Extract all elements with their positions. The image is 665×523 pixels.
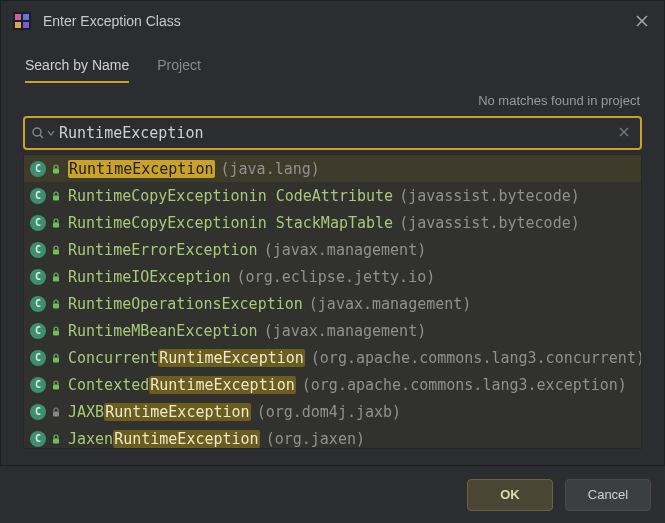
svg-rect-1 (15, 14, 21, 20)
result-package: (org.jaxen) (266, 430, 365, 448)
search-field-wrap (23, 116, 642, 150)
result-row[interactable]: CJAXBRuntimeException(org.dom4j.jaxb) (24, 398, 641, 425)
close-icon (618, 126, 630, 138)
ok-button[interactable]: OK (467, 479, 553, 511)
lock-icon (50, 190, 62, 202)
result-package: (org.apache.commons.lang3.concurrent) (311, 349, 641, 367)
lock-icon (50, 244, 62, 256)
app-icon (13, 12, 31, 30)
class-icon: C (30, 242, 46, 258)
result-row[interactable]: CJaxenRuntimeException(org.jaxen) (24, 425, 641, 449)
svg-line-8 (40, 135, 43, 138)
result-name: RuntimeCopyException (68, 187, 249, 205)
result-row[interactable]: CRuntimeException(java.lang) (24, 155, 641, 182)
close-icon (635, 14, 649, 28)
class-icon: C (30, 269, 46, 285)
result-row[interactable]: CRuntimeErrorException(javax.management) (24, 236, 641, 263)
result-package: (javassist.bytecode) (399, 214, 580, 232)
result-name: JAXBRuntimeException (68, 403, 251, 421)
results-list: CRuntimeException(java.lang)CRuntimeCopy… (23, 154, 642, 449)
lock-icon (50, 379, 62, 391)
result-name: RuntimeErrorException (68, 241, 258, 259)
lock-icon (50, 325, 62, 337)
svg-rect-20 (53, 411, 59, 416)
svg-rect-21 (53, 438, 59, 443)
result-name: RuntimeOperationsException (68, 295, 303, 313)
lock-icon (50, 298, 62, 310)
lock-icon (50, 163, 62, 175)
result-package: (org.eclipse.jetty.io) (237, 268, 436, 286)
svg-rect-2 (23, 14, 29, 20)
result-name: RuntimeIOException (68, 268, 231, 286)
cancel-button[interactable]: Cancel (565, 479, 651, 511)
lock-icon (50, 406, 62, 418)
result-name: JaxenRuntimeException (68, 430, 260, 448)
search-icon (31, 126, 55, 140)
class-icon: C (30, 323, 46, 339)
chevron-down-icon (47, 129, 55, 137)
svg-rect-3 (15, 22, 21, 28)
lock-icon (50, 433, 62, 445)
result-row[interactable]: CConcurrentRuntimeException(org.apache.c… (24, 344, 641, 371)
svg-rect-17 (53, 330, 59, 335)
svg-rect-15 (53, 276, 59, 281)
svg-rect-18 (53, 357, 59, 362)
result-package: (javax.management) (264, 241, 427, 259)
result-name: RuntimeException (68, 160, 215, 178)
class-icon: C (30, 431, 46, 447)
result-package: (javax.management) (264, 322, 427, 340)
class-icon: C (30, 404, 46, 420)
result-context: in CodeAttribute (249, 187, 394, 205)
class-icon: C (30, 296, 46, 312)
clear-search-button[interactable] (614, 125, 634, 141)
result-name: ContextedRuntimeException (68, 376, 296, 394)
result-row[interactable]: CRuntimeCopyException in StackMapTable(j… (24, 209, 641, 236)
result-name: RuntimeMBeanException (68, 322, 258, 340)
dialog-footer: OK Cancel (0, 465, 665, 523)
result-context: in StackMapTable (249, 214, 394, 232)
lock-icon (50, 271, 62, 283)
result-row[interactable]: CRuntimeMBeanException(javax.management) (24, 317, 641, 344)
result-package: (java.lang) (221, 160, 320, 178)
result-package: (javassist.bytecode) (399, 187, 580, 205)
class-icon: C (30, 350, 46, 366)
titlebar: Enter Exception Class (1, 1, 664, 41)
svg-point-7 (33, 128, 41, 136)
svg-rect-4 (23, 22, 29, 28)
result-row[interactable]: CRuntimeCopyException in CodeAttribute(j… (24, 182, 641, 209)
status-message: No matches found in project (23, 83, 642, 116)
result-row[interactable]: CRuntimeIOException(org.eclipse.jetty.io… (24, 263, 641, 290)
svg-rect-14 (53, 249, 59, 254)
window-title: Enter Exception Class (43, 13, 632, 29)
class-icon: C (30, 161, 46, 177)
result-package: (org.apache.commons.lang3.exception) (302, 376, 627, 394)
result-row[interactable]: CContextedRuntimeException(org.apache.co… (24, 371, 641, 398)
svg-rect-12 (53, 195, 59, 200)
class-icon: C (30, 188, 46, 204)
svg-rect-13 (53, 222, 59, 227)
svg-rect-19 (53, 384, 59, 389)
result-row[interactable]: CRuntimeOperationsException(javax.manage… (24, 290, 641, 317)
svg-rect-11 (53, 168, 59, 173)
lock-icon (50, 352, 62, 364)
search-input[interactable] (59, 124, 614, 142)
class-icon: C (30, 377, 46, 393)
tab-project[interactable]: Project (157, 57, 201, 83)
result-name: ConcurrentRuntimeException (68, 349, 305, 367)
result-package: (javax.management) (309, 295, 472, 313)
tab-search-by-name[interactable]: Search by Name (25, 57, 129, 83)
class-icon: C (30, 215, 46, 231)
result-name: RuntimeCopyException (68, 214, 249, 232)
lock-icon (50, 217, 62, 229)
svg-rect-16 (53, 303, 59, 308)
tabs: Search by Name Project (23, 49, 642, 83)
result-package: (org.dom4j.jaxb) (257, 403, 402, 421)
close-button[interactable] (632, 11, 652, 31)
